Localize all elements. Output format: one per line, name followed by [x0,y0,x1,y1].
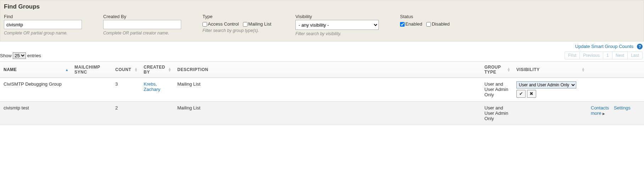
pager-next[interactable]: Next [612,52,628,59]
mailing-list-checkbox[interactable] [243,22,248,27]
visibility-inline-edit: User and User Admin Only ✔ ✖ [516,81,584,98]
type-field-group: Type Access Control Mailing List Filter … [202,14,274,36]
creator-link[interactable]: Krebs, Zachary [144,81,160,92]
find-field-group: Find Complete OR partial group name. [4,14,82,36]
mailing-list-option[interactable]: Mailing List [243,21,271,27]
table-row: CiviSMTP Debugging Group 3 Krebs, Zachar… [0,78,644,102]
access-control-checkbox[interactable] [202,22,207,27]
visibility-edit-select[interactable]: User and User Admin Only [516,81,576,88]
filter-row: Find Complete OR partial group name. Cre… [4,14,640,36]
pager-first[interactable]: First [565,52,579,59]
createdby-hint: Complete OR partial creator name. [103,31,181,36]
confirm-button[interactable]: ✔ [516,90,526,98]
pager-previous[interactable]: Previous [579,52,603,59]
cell-mailchimp [71,78,112,102]
sort-icon: ▲▼ [134,68,138,72]
cell-actions: Contacts Settings more ▶ [587,102,644,125]
cell-description: Mailing List [174,102,481,125]
cell-createdby: Krebs, Zachary [140,78,174,102]
sort-icon: ▲▼ [507,68,511,72]
col-createdby[interactable]: CREATED BY▲▼ [140,62,174,78]
access-control-option[interactable]: Access Control [202,21,239,27]
cell-name: civismtp test [0,102,71,125]
contacts-link[interactable]: Contacts [591,105,609,111]
update-smart-group-link[interactable]: Update Smart Group Counts [575,44,634,49]
cell-actions [587,78,644,102]
col-actions [587,62,644,78]
type-label: Type [202,14,274,19]
visibility-field-group: Visibility - any visibility - Filter sea… [295,14,379,36]
settings-link[interactable]: Settings [614,105,631,111]
caret-right-icon: ▶ [603,112,605,115]
cell-count: 2 [112,102,140,125]
cell-mailchimp [71,102,112,125]
find-groups-panel: Find Groups Find Complete OR partial gro… [0,0,644,42]
cell-visibility: User and User Admin Only ✔ ✖ [513,78,587,102]
sort-asc-icon: ▲ [65,68,69,72]
help-icon[interactable]: ? [637,44,643,49]
col-grouptype[interactable]: GROUP TYPE▲▼ [481,62,513,78]
sort-icon: ▲▼ [168,68,172,72]
col-name[interactable]: NAME▲ [0,62,71,78]
table-row: civismtp test 2 Mailing List User and Us… [0,102,644,125]
status-label: Status [400,14,453,19]
cell-grouptype: User and User Admin Only [481,102,513,125]
col-count[interactable]: COUNT▲▼ [112,62,140,78]
cell-grouptype: User and User Admin Only [481,78,513,102]
createdby-input[interactable] [103,20,181,29]
visibility-label: Visibility [295,14,379,19]
visibility-select[interactable]: - any visibility - [295,20,379,30]
datatable-header: Show 25 entries First Previous 1 Next La… [0,51,644,61]
pager-page[interactable]: 1 [603,52,612,59]
find-input[interactable] [4,20,82,29]
type-hint: Filter search by group type(s). [202,28,274,33]
col-visibility[interactable]: VISIBILITY▲▼ [513,62,587,78]
createdby-label: Created By [103,14,181,19]
cell-name: CiviSMTP Debugging Group [0,78,71,102]
col-mailchimp[interactable]: MAILCHIMP SYNC [71,62,112,78]
status-field-group: Status Enabled Disabled [400,14,453,36]
find-hint: Complete OR partial group name. [4,31,82,36]
disabled-checkbox[interactable] [426,22,431,27]
more-link[interactable]: more ▶ [591,111,605,116]
cell-visibility [513,102,587,125]
panel-title: Find Groups [4,3,640,10]
disabled-option[interactable]: Disabled [426,21,450,27]
createdby-field-group: Created By Complete OR partial creator n… [103,14,181,36]
entries-select[interactable]: 25 [13,52,26,59]
cell-createdby [140,102,174,125]
find-label: Find [4,14,82,19]
cancel-button[interactable]: ✖ [527,90,536,98]
col-description[interactable]: DESCRIPTION [174,62,481,78]
visibility-hint: Filter search by visibility. [295,31,379,36]
groups-table: NAME▲ MAILCHIMP SYNC COUNT▲▼ CREATED BY▲… [0,61,644,125]
cell-description: Mailing List [174,78,481,102]
length-control: Show 25 entries [0,52,41,59]
pager-last[interactable]: Last [627,52,642,59]
enabled-option[interactable]: Enabled [400,21,422,27]
under-bar: Update Smart Group Counts ? [0,42,644,51]
pager: First Previous 1 Next Last [565,52,643,59]
enabled-checkbox[interactable] [400,22,405,27]
cell-count: 3 [112,78,140,102]
sort-icon: ▲▼ [582,68,585,72]
